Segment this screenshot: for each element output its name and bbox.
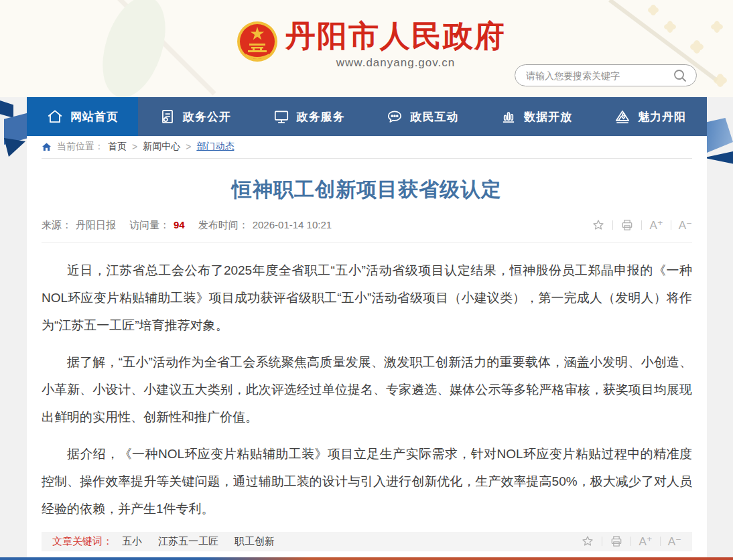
search-box[interactable]: [515, 64, 697, 86]
nav-item-open-data[interactable]: 数据开放: [479, 97, 593, 136]
nav-item-gov-services[interactable]: 政务服务: [252, 97, 366, 136]
floral-decoration-left: [74, 0, 221, 100]
keyword-tag[interactable]: 五小: [122, 535, 142, 548]
breadcrumb-divider: [42, 158, 692, 159]
keyword-tag[interactable]: 职工创新: [235, 535, 275, 548]
home-icon: [42, 142, 52, 151]
toolbar-divider: [612, 220, 613, 230]
breadcrumb-label: 当前位置：: [57, 141, 104, 153]
views-label: 访问量：: [129, 219, 170, 230]
nav-item-label: 政务公开: [183, 109, 231, 125]
article-paragraph: 近日，江苏省总工会公布了2025年度全省职工“五小”活动省级项目认定结果，恒神股…: [42, 257, 692, 339]
site-title: 丹阳市人民政府: [285, 17, 506, 55]
favorite-button[interactable]: [581, 535, 594, 548]
font-larger-button[interactable]: A⁺: [639, 535, 652, 549]
publish-time-value: 2026-01-14 10:21: [253, 219, 332, 230]
keywords-row: 文章关键词： 五小 江苏五一工匠 职工创新 A⁺ A: [42, 532, 692, 551]
footer-top-border: [0, 557, 733, 560]
article-toolbar-bottom: A⁺ A⁻: [581, 535, 681, 549]
toolbar-divider: [641, 220, 642, 230]
breadcrumb: 当前位置： 首页 > 新闻中心 > 部门动态: [42, 136, 692, 158]
toolbar-divider: [671, 220, 671, 230]
toolbar-divider: [630, 537, 631, 546]
breadcrumb-separator: >: [132, 141, 137, 152]
site-url: www.danyang.gov.cn: [336, 56, 455, 70]
toolbar-divider: [602, 537, 602, 546]
search-input[interactable]: [526, 70, 672, 81]
nav-item-label: 数据开放: [524, 109, 572, 125]
article-title: 恒神职工创新项目获省级认定: [42, 176, 692, 204]
nav-item-label: 政民互动: [410, 109, 458, 125]
source-label: 来源：: [42, 219, 72, 230]
breadcrumb-item-department-news[interactable]: 部门动态: [196, 141, 234, 153]
site-header: 丹阳市人民政府 www.danyang.gov.cn: [0, 0, 733, 97]
views-value: 94: [174, 219, 185, 230]
nav-item-label: 网站首页: [70, 109, 119, 125]
main-nav: 网站首页 政务公开 政务服务 政民互动 数据开放: [27, 97, 707, 136]
article-body: 近日，江苏省总工会公布了2025年度全省职工“五小”活动省级项目认定结果，恒神股…: [42, 257, 692, 532]
keyword-tag[interactable]: 江苏五一工匠: [158, 535, 218, 548]
article-meta-row: 来源：丹阳日报访问量：94发布时间：2026-01-14 10:21 A⁺: [42, 218, 692, 243]
site-logo[interactable]: 丹阳市人民政府 www.danyang.gov.cn: [236, 17, 506, 70]
star-icon: [581, 535, 594, 548]
breadcrumb-item-news-center[interactable]: 新闻中心: [143, 141, 180, 153]
publish-time-label: 发布时间：: [198, 219, 249, 230]
monitor-icon: [273, 108, 290, 125]
article-toolbar: A⁺ A⁻: [592, 218, 692, 232]
nav-item-interaction[interactable]: 政民互动: [366, 97, 480, 136]
nav-item-label: 政务服务: [297, 109, 345, 125]
article-meta: 来源：丹阳日报访问量：94发布时间：2026-01-14 10:21: [42, 219, 345, 232]
national-emblem-icon: [236, 20, 279, 63]
breadcrumb-item-home[interactable]: 首页: [108, 141, 127, 153]
scenery-icon: [614, 108, 631, 125]
print-button[interactable]: [620, 218, 634, 232]
ribbon-decoration-left-fold: [4, 138, 25, 157]
search-icon[interactable]: [672, 68, 688, 84]
favorite-button[interactable]: [592, 218, 605, 232]
article-paragraph: 据介绍，《一种NOL环应变片粘贴辅助工装》项目立足生产实际需求，针对NOL环应变…: [42, 440, 692, 522]
font-larger-button[interactable]: A⁺: [649, 218, 663, 232]
font-smaller-button[interactable]: A⁻: [668, 535, 681, 549]
bar-chart-icon: [500, 108, 517, 125]
ribbon-decoration-left-top: [0, 100, 13, 118]
print-button[interactable]: [610, 535, 623, 548]
nav-item-label: 魅力丹阳: [638, 109, 686, 125]
page: 丹阳市人民政府 www.danyang.gov.cn 网站首页: [0, 0, 733, 560]
nav-item-home[interactable]: 网站首页: [27, 97, 138, 136]
nav-item-gov-info[interactable]: 政务公开: [138, 97, 252, 136]
ribbon-decoration-right-fold: [704, 151, 733, 171]
source-value: 丹阳日报: [76, 219, 116, 230]
star-icon: [592, 218, 605, 232]
printer-icon: [620, 218, 634, 232]
font-smaller-button[interactable]: A⁻: [679, 218, 692, 232]
article-paragraph: 据了解，“五小”活动作为全省工会系统聚焦高质量发展、激发职工创新活力的重要载体，…: [42, 348, 692, 431]
breadcrumb-separator: >: [186, 141, 191, 152]
printer-icon: [610, 535, 623, 548]
nav-item-charm-danyang[interactable]: 魅力丹阳: [593, 97, 707, 136]
toolbar-divider: [660, 537, 661, 546]
content-card: 当前位置： 首页 > 新闻中心 > 部门动态 恒神职工创新项目获省级认定 来源：…: [27, 136, 707, 560]
document-icon: [159, 108, 176, 125]
keywords-label: 文章关键词：: [52, 535, 113, 548]
chat-icon: [386, 108, 403, 125]
home-icon: [46, 108, 64, 125]
